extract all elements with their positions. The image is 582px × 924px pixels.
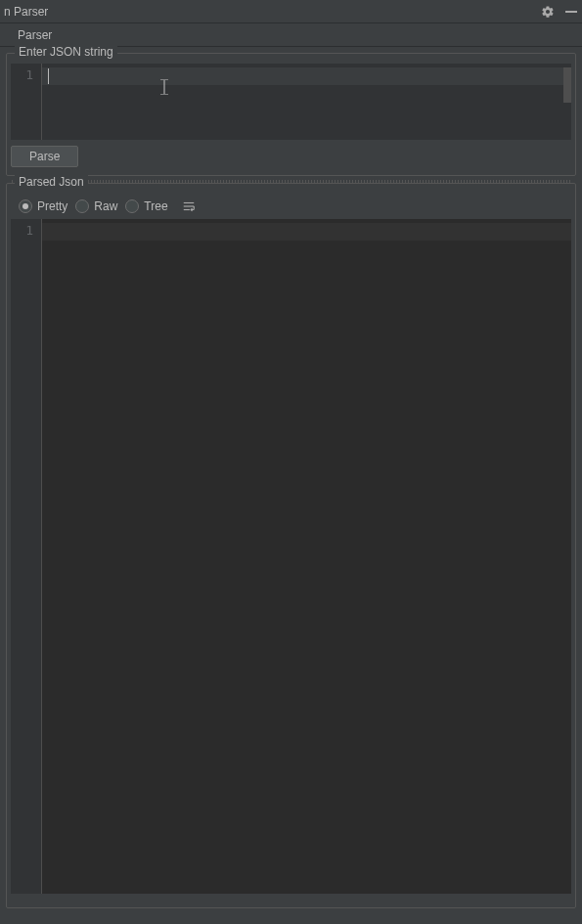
svg-rect-0: [565, 11, 577, 13]
minimize-icon[interactable]: [564, 5, 578, 19]
button-row: Parse: [7, 140, 575, 173]
parse-button[interactable]: Parse: [11, 146, 78, 167]
gear-icon[interactable]: [541, 5, 555, 19]
title-bar: n Parser: [0, 0, 582, 23]
input-panel: Enter JSON string 1 Parse: [6, 53, 576, 176]
main-content: Enter JSON string 1 Parse Parsed Json Pr…: [0, 47, 582, 914]
text-caret: [48, 68, 49, 84]
input-editor-content[interactable]: [42, 64, 571, 140]
radio-tree-label: Tree: [144, 199, 167, 213]
radio-raw-group[interactable]: Raw: [75, 199, 121, 213]
radio-tree[interactable]: [125, 199, 139, 213]
active-line-highlight: [42, 67, 565, 85]
output-panel: Parsed Json Pretty Raw Tree: [6, 183, 576, 908]
output-line-number: 1: [25, 223, 33, 238]
input-legend: Enter JSON string: [15, 45, 117, 59]
json-input-editor[interactable]: 1: [11, 64, 571, 140]
radio-pretty[interactable]: [19, 199, 32, 213]
radio-raw-label: Raw: [94, 199, 117, 213]
input-line-number: 1: [25, 67, 33, 82]
radio-pretty-group[interactable]: Pretty: [19, 199, 71, 213]
tab-bar: Parser: [0, 23, 582, 47]
output-gutter: 1: [11, 219, 42, 894]
tab-parser[interactable]: Parser: [18, 28, 52, 42]
radio-pretty-label: Pretty: [37, 199, 67, 213]
scrollbar-vertical[interactable]: [563, 67, 571, 103]
output-active-line-highlight: [42, 223, 571, 241]
radio-raw[interactable]: [75, 199, 89, 213]
title-actions: [541, 5, 578, 19]
view-mode-bar: Pretty Raw Tree: [11, 194, 571, 219]
input-gutter: 1: [11, 64, 42, 140]
wrap-icon[interactable]: [182, 199, 196, 213]
output-legend: Parsed Json: [15, 175, 88, 189]
window-title: n Parser: [4, 5, 48, 19]
output-editor-content[interactable]: [42, 219, 571, 894]
json-output-editor[interactable]: 1: [11, 219, 571, 894]
radio-tree-group[interactable]: Tree: [125, 199, 171, 213]
